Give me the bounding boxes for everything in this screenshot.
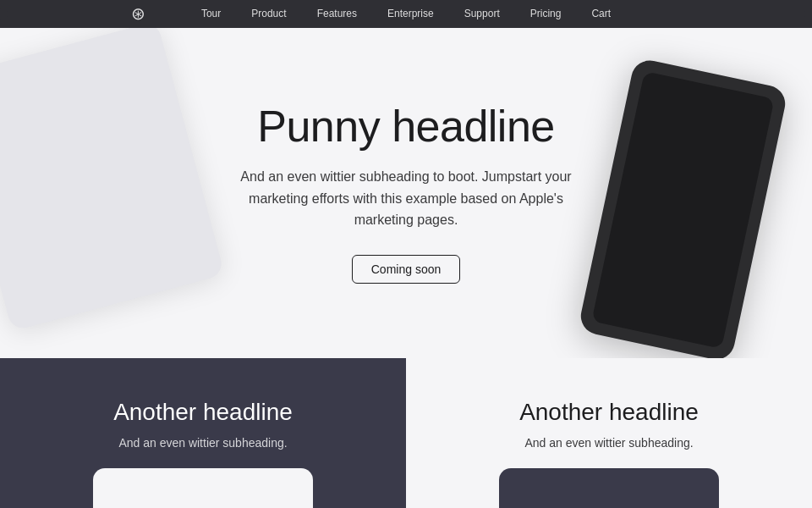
nav-item-cart[interactable]: Cart — [576, 0, 626, 28]
section-right-card — [499, 468, 719, 508]
bottom-sections: Another headline And an even wittier sub… — [0, 358, 812, 508]
nav-item-enterprise[interactable]: Enterprise — [372, 0, 449, 28]
nav-logo: ⊛ — [131, 0, 145, 28]
nav-item-tour[interactable]: Tour — [186, 0, 236, 28]
section-right-headline: Another headline — [519, 399, 699, 426]
hero-cta-button[interactable]: Coming soon — [352, 255, 461, 284]
nav-item-support[interactable]: Support — [449, 0, 515, 28]
section-left-headline: Another headline — [113, 399, 293, 426]
hero-section: Punny headline And an even wittier subhe… — [0, 28, 812, 358]
hero-subtitle: And an even wittier subheading to boot. … — [228, 166, 584, 231]
section-left-card — [93, 468, 313, 508]
nav-item-product[interactable]: Product — [236, 0, 301, 28]
navigation: ⊛ Tour Product Features Enterprise Suppo… — [0, 0, 812, 28]
hero-device-right — [578, 57, 789, 358]
hero-content: Punny headline And an even wittier subhe… — [228, 102, 584, 284]
nav-item-features[interactable]: Features — [302, 0, 372, 28]
nav-item-pricing[interactable]: Pricing — [515, 0, 577, 28]
section-left-subheading: And an even wittier subheading. — [118, 436, 287, 450]
hero-title: Punny headline — [228, 102, 584, 151]
section-left: Another headline And an even wittier sub… — [0, 358, 406, 508]
section-right: Another headline And an even wittier sub… — [406, 358, 812, 508]
nav-menu: Tour Product Features Enterprise Support… — [186, 0, 626, 28]
hero-device-left — [0, 28, 225, 331]
section-right-subheading: And an even wittier subheading. — [524, 436, 693, 450]
